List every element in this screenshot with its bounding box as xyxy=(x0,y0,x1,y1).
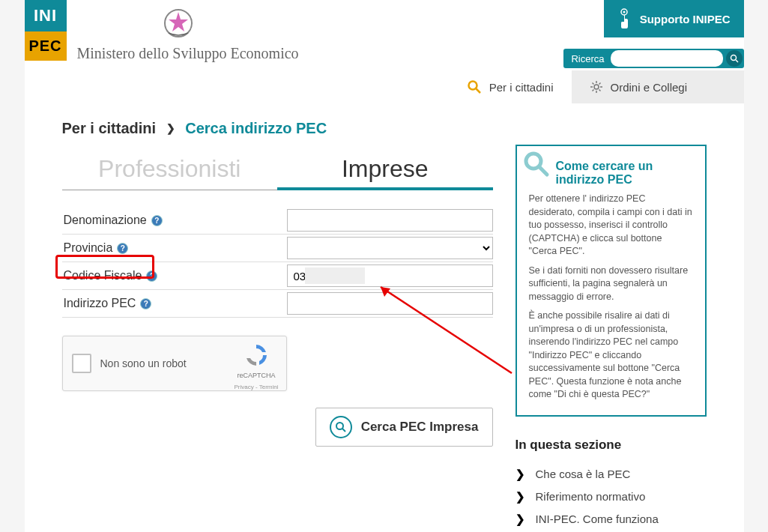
svg-point-5 xyxy=(468,82,477,90)
sidebar-item-label: INI-PEC. Come funziona xyxy=(536,513,659,525)
input-indirizzo-pec[interactable] xyxy=(287,292,493,315)
svg-point-7 xyxy=(594,85,599,89)
recaptcha-icon xyxy=(244,342,269,368)
nav-ordini[interactable]: Ordini e Collegi xyxy=(572,70,744,103)
info-p2: Se i dati forniti non dovessero risultar… xyxy=(529,265,693,304)
label-provincia: Provincia xyxy=(64,241,113,255)
chevron-right-icon: ❯ xyxy=(515,468,525,481)
logo-pec: PEC xyxy=(25,31,67,61)
svg-line-12 xyxy=(592,83,593,85)
label-indirizzo-pec: Indirizzo PEC xyxy=(64,297,136,310)
chevron-right-icon: ❯ xyxy=(515,513,525,526)
tab-professionisti[interactable]: Professionisti xyxy=(62,145,278,190)
sidebar-item[interactable]: ❯Che cosa è la PEC xyxy=(515,463,707,486)
input-denominazione[interactable] xyxy=(287,209,493,232)
submit-button[interactable]: Cerca PEC Impresa xyxy=(315,408,493,447)
search-button[interactable] xyxy=(726,50,743,67)
supporto-button[interactable]: Supporto INIPEC xyxy=(604,0,744,37)
emblem-icon xyxy=(160,4,197,42)
row-indirizzo-pec: Indirizzo PEC ? xyxy=(62,290,493,318)
search-input[interactable] xyxy=(611,50,723,67)
nav-ordini-label: Ordini e Collegi xyxy=(611,81,688,94)
supporto-label: Supporto INIPEC xyxy=(640,13,731,25)
nav: Per i cittadini Ordini e Collegi xyxy=(25,70,744,103)
tab-imprese[interactable]: Imprese xyxy=(277,145,493,190)
search-icon xyxy=(730,54,739,63)
row-denominazione: Denominazione ? xyxy=(62,207,493,235)
svg-line-13 xyxy=(599,90,600,91)
svg-point-2 xyxy=(623,11,625,13)
sidebar-item-label: Riferimento normativo xyxy=(536,490,646,503)
label-codice-fiscale: Codice Fiscale xyxy=(64,269,142,282)
breadcrumb: Per i cittadini ❯ Cerca indirizzo PEC xyxy=(25,103,744,145)
recaptcha[interactable]: Non sono un robot reCAPTCHA Privacy - Te… xyxy=(62,336,287,391)
recaptcha-label: Non sono un robot xyxy=(100,357,187,369)
breadcrumb-current: Cerca indirizzo PEC xyxy=(185,120,327,136)
logo[interactable]: INI PEC xyxy=(25,0,67,61)
sidebar-section-title: In questa sezione xyxy=(515,438,707,453)
recaptcha-checkbox[interactable] xyxy=(72,354,91,373)
search-icon xyxy=(330,416,352,438)
svg-line-19 xyxy=(342,429,345,432)
header: INI PEC Ministero dello Sviluppo Economi… xyxy=(25,0,744,70)
sidebar-item[interactable]: ❯INI-PEC. Come funziona xyxy=(515,508,707,531)
recaptcha-terms: Privacy - Termini xyxy=(235,384,279,390)
svg-point-18 xyxy=(336,423,343,429)
tabs: Professionisti Imprese xyxy=(62,145,493,190)
search-icon xyxy=(467,79,482,94)
logo-ini: INI xyxy=(25,0,67,31)
chevron-right-icon: ❯ xyxy=(166,122,175,134)
search-bar: Ricerca xyxy=(563,49,743,68)
breadcrumb-root[interactable]: Per i cittadini xyxy=(62,120,157,136)
sidebar-list: ❯Che cosa è la PEC ❯Riferimento normativ… xyxy=(515,463,707,533)
ministero-text: Ministero dello Sviluppo Economico xyxy=(77,45,299,62)
sidebar-item-label: Che cosa è la PEC xyxy=(536,468,631,480)
search-label: Ricerca xyxy=(571,53,604,64)
svg-line-15 xyxy=(599,83,600,85)
submit-label: Cerca PEC Impresa xyxy=(361,420,479,435)
svg-line-14 xyxy=(592,90,593,91)
help-icon[interactable]: ? xyxy=(140,298,151,309)
nav-cittadini[interactable]: Per i cittadini xyxy=(449,70,572,103)
gear-icon xyxy=(590,80,603,94)
svg-point-3 xyxy=(731,55,736,61)
row-provincia: Provincia ? xyxy=(62,235,493,262)
info-p1: Per ottenere l' indirizzo PEC desiderato… xyxy=(529,193,693,259)
row-codice-fiscale: Codice Fiscale ? xyxy=(62,262,493,290)
nav-cittadini-label: Per i cittadini xyxy=(489,81,554,94)
info-title: Come cercare un indirizzo PEC xyxy=(556,160,693,187)
svg-line-21 xyxy=(539,167,547,175)
info-p3: È anche possibile risalire ai dati di un… xyxy=(529,309,693,402)
help-icon[interactable]: ? xyxy=(146,270,157,282)
form: Denominazione ? Provincia ? Codice Fisca… xyxy=(62,207,493,318)
pointer-icon xyxy=(617,8,631,29)
recaptcha-brand: reCAPTCHA xyxy=(235,372,279,379)
svg-line-6 xyxy=(476,89,480,94)
search-icon xyxy=(523,151,550,178)
info-box: Come cercare un indirizzo PEC Per ottene… xyxy=(515,145,707,417)
svg-line-4 xyxy=(736,60,738,62)
label-denominazione: Denominazione xyxy=(64,214,147,227)
select-provincia[interactable] xyxy=(287,237,493,259)
help-icon[interactable]: ? xyxy=(151,215,163,226)
chevron-right-icon: ❯ xyxy=(515,490,525,504)
help-icon[interactable]: ? xyxy=(117,243,128,254)
sidebar-item[interactable]: ❯Riferimento normativo xyxy=(515,486,707,508)
